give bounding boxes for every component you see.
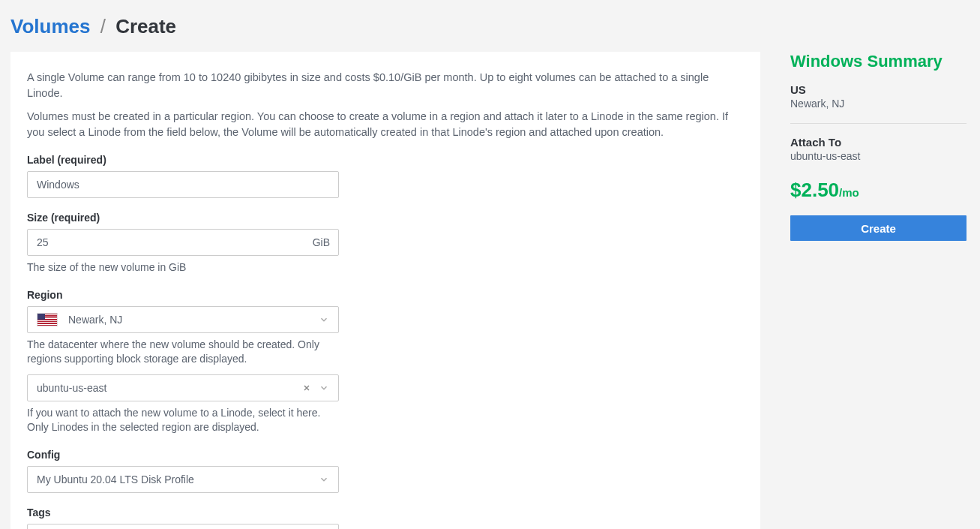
chevron-down-icon xyxy=(319,474,329,485)
tags-select[interactable]: Type to choose or create a tag. xyxy=(27,524,339,529)
size-help-text: The size of the new volume in GiB xyxy=(27,260,339,275)
breadcrumb-current: Create xyxy=(115,15,176,38)
summary-location: Newark, NJ xyxy=(790,98,967,110)
linode-select[interactable]: ubuntu-us-east xyxy=(27,374,339,401)
summary-country: US xyxy=(790,83,967,96)
chevron-down-icon xyxy=(319,314,329,325)
intro-paragraph-2: Volumes must be created in a particular … xyxy=(27,109,744,140)
label-input[interactable] xyxy=(27,171,339,198)
region-select-value: Newark, NJ xyxy=(68,314,122,326)
breadcrumb: Volumes / Create xyxy=(10,15,970,38)
summary-title: Windows Summary xyxy=(790,52,967,71)
price-amount: $2.50 xyxy=(790,179,839,201)
label-field-label: Label (required) xyxy=(27,154,744,166)
summary-panel: Windows Summary US Newark, NJ Attach To … xyxy=(790,52,967,241)
summary-attach-value: ubuntu-us-east xyxy=(790,150,967,162)
summary-attach-label: Attach To xyxy=(790,136,967,149)
size-field-label: Size (required) xyxy=(27,212,744,224)
linode-select-value: ubuntu-us-east xyxy=(37,382,106,394)
create-button[interactable]: Create xyxy=(790,215,967,241)
chevron-down-icon xyxy=(319,383,329,393)
create-volume-form: A single Volume can range from 10 to 102… xyxy=(10,52,760,529)
config-select-value: My Ubuntu 20.04 LTS Disk Profile xyxy=(37,473,194,485)
us-flag-icon xyxy=(37,313,58,326)
region-select[interactable]: Newark, NJ xyxy=(27,306,339,333)
breadcrumb-parent-link[interactable]: Volumes xyxy=(10,15,90,38)
clear-icon[interactable] xyxy=(301,382,313,394)
size-input[interactable] xyxy=(27,229,339,256)
breadcrumb-separator: / xyxy=(100,15,106,38)
intro-paragraph-1: A single Volume can range from 10 to 102… xyxy=(27,70,744,101)
config-select[interactable]: My Ubuntu 20.04 LTS Disk Profile xyxy=(27,466,339,493)
tags-field-label: Tags xyxy=(27,506,744,518)
region-field-label: Region xyxy=(27,289,744,301)
region-help-text: The datacenter where the new volume shou… xyxy=(27,338,339,367)
linode-help-text: If you want to attach the new volume to … xyxy=(27,406,339,435)
summary-divider xyxy=(790,123,967,124)
summary-price: $2.50/mo xyxy=(790,179,967,202)
config-field-label: Config xyxy=(27,449,744,461)
price-period: /mo xyxy=(839,186,859,199)
